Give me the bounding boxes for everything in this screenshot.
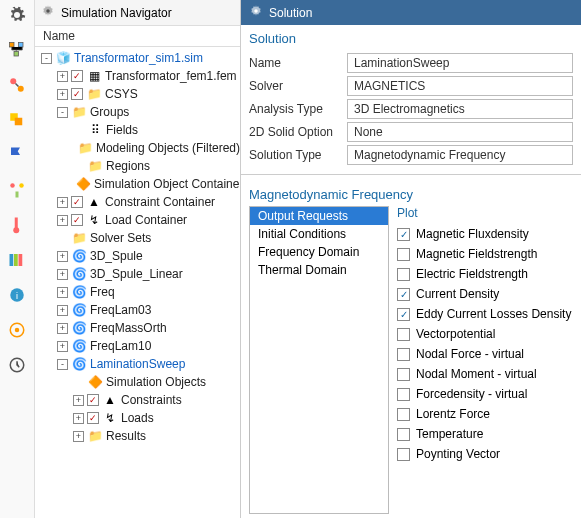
tree-node[interactable]: +▦Transformator_fem1.fem bbox=[37, 67, 240, 85]
tree-twisty-icon[interactable]: + bbox=[57, 251, 68, 262]
plot-option[interactable]: Temperature bbox=[397, 424, 573, 444]
tree-twisty-icon bbox=[73, 161, 84, 172]
field-2d[interactable]: None bbox=[347, 122, 573, 142]
tree-node[interactable]: +🌀FreqLam10 bbox=[37, 337, 240, 355]
plot-option[interactable]: Poynting Vector bbox=[397, 444, 573, 464]
tree-node[interactable]: +🌀3D_Spule bbox=[37, 247, 240, 265]
tree-twisty-icon[interactable]: - bbox=[41, 53, 52, 64]
tree-checkbox[interactable] bbox=[87, 412, 99, 424]
tree-node[interactable]: 🔶Simulation Object Container bbox=[37, 175, 240, 193]
tree-checkbox[interactable] bbox=[71, 88, 83, 100]
tree-label: Results bbox=[106, 429, 146, 443]
plot-option[interactable]: Forcedensity - virtual bbox=[397, 384, 573, 404]
plot-option[interactable]: Eddy Current Losses Density bbox=[397, 304, 573, 324]
tree-node[interactable]: 📁Modeling Objects (Filtered) bbox=[37, 139, 240, 157]
field-soltype[interactable]: Magnetodynamic Frequency bbox=[347, 145, 573, 165]
column-header-name[interactable]: Name bbox=[35, 26, 240, 47]
tree-node[interactable]: +🌀FreqLam03 bbox=[37, 301, 240, 319]
checkbox[interactable] bbox=[397, 348, 410, 361]
checkbox[interactable] bbox=[397, 408, 410, 421]
plot-option[interactable]: Nodal Moment - virtual bbox=[397, 364, 573, 384]
checkbox[interactable] bbox=[397, 328, 410, 341]
layers-icon[interactable] bbox=[8, 111, 26, 132]
checkbox[interactable] bbox=[397, 288, 410, 301]
tree-node[interactable]: +🌀Freq bbox=[37, 283, 240, 301]
plot-option[interactable]: Magnetic Fieldstrength bbox=[397, 244, 573, 264]
tree-node[interactable]: +▲Constraints bbox=[37, 391, 240, 409]
tree-checkbox[interactable] bbox=[71, 214, 83, 226]
tree-twisty-icon[interactable]: + bbox=[57, 89, 68, 100]
field-name[interactable]: LaminationSweep bbox=[347, 53, 573, 73]
plot-option-label: Forcedensity - virtual bbox=[416, 387, 527, 401]
tree-node[interactable]: ⠿Fields bbox=[37, 121, 240, 139]
nav-tree[interactable]: -🧊Transformator_sim1.sim+▦Transformator_… bbox=[35, 47, 240, 518]
tree-twisty-icon bbox=[57, 233, 68, 244]
tree-twisty-icon[interactable]: + bbox=[57, 287, 68, 298]
tree-twisty-icon[interactable]: - bbox=[57, 359, 68, 370]
tree-node[interactable]: 📁Regions bbox=[37, 157, 240, 175]
tree-twisty-icon[interactable]: + bbox=[73, 395, 84, 406]
output-category-list[interactable]: Output RequestsInitial ConditionsFrequen… bbox=[249, 206, 389, 514]
list-item[interactable]: Initial Conditions bbox=[250, 225, 388, 243]
tree-node[interactable]: -🌀LaminationSweep bbox=[37, 355, 240, 373]
plot-option[interactable]: Lorentz Force bbox=[397, 404, 573, 424]
tree-icon[interactable] bbox=[8, 41, 26, 62]
tree-node[interactable]: +🌀FreqMassOrth bbox=[37, 319, 240, 337]
list-item[interactable]: Thermal Domain bbox=[250, 261, 388, 279]
plot-option[interactable]: Magnetic Fluxdensity bbox=[397, 224, 573, 244]
filter-icon[interactable] bbox=[8, 181, 26, 202]
tree-node[interactable]: +🌀3D_Spule_Linear bbox=[37, 265, 240, 283]
checkbox[interactable] bbox=[397, 428, 410, 441]
checkbox[interactable] bbox=[397, 448, 410, 461]
tree-checkbox[interactable] bbox=[87, 394, 99, 406]
tree-twisty-icon[interactable]: + bbox=[73, 413, 84, 424]
plot-option-label: Nodal Force - virtual bbox=[416, 347, 524, 361]
thermo-icon[interactable] bbox=[8, 216, 26, 237]
tree-twisty-icon[interactable]: + bbox=[57, 215, 68, 226]
gear-icon[interactable] bbox=[8, 6, 26, 27]
plot-option[interactable]: Current Density bbox=[397, 284, 573, 304]
plot-option-label: Magnetic Fieldstrength bbox=[416, 247, 537, 261]
field-analysis[interactable]: 3D Electromagnetics bbox=[347, 99, 573, 119]
target-icon[interactable] bbox=[8, 321, 26, 342]
checkbox[interactable] bbox=[397, 388, 410, 401]
tree-node[interactable]: +📁Results bbox=[37, 427, 240, 445]
tree-node[interactable]: +▲Constraint Container bbox=[37, 193, 240, 211]
sol-icon: 🌀 bbox=[71, 356, 87, 372]
tree-checkbox[interactable] bbox=[71, 196, 83, 208]
tree-node[interactable]: -🧊Transformator_sim1.sim bbox=[37, 49, 240, 67]
link-icon[interactable] bbox=[8, 76, 26, 97]
checkbox[interactable] bbox=[397, 268, 410, 281]
checkbox[interactable] bbox=[397, 228, 410, 241]
label-soltype: Solution Type bbox=[249, 148, 347, 162]
flag-icon[interactable] bbox=[8, 146, 26, 167]
tree-twisty-icon[interactable]: - bbox=[57, 107, 68, 118]
tree-twisty-icon[interactable]: + bbox=[57, 197, 68, 208]
tree-twisty-icon[interactable]: + bbox=[57, 341, 68, 352]
info-icon[interactable]: i bbox=[8, 286, 26, 307]
clock-icon[interactable] bbox=[8, 356, 26, 377]
tree-node[interactable]: +📁CSYS bbox=[37, 85, 240, 103]
checkbox[interactable] bbox=[397, 308, 410, 321]
field-solver[interactable]: MAGNETICS bbox=[347, 76, 573, 96]
plot-option[interactable]: Vectorpotential bbox=[397, 324, 573, 344]
checkbox[interactable] bbox=[397, 248, 410, 261]
tree-node[interactable]: 📁Solver Sets bbox=[37, 229, 240, 247]
tree-twisty-icon[interactable]: + bbox=[57, 269, 68, 280]
tree-node[interactable]: +↯Loads bbox=[37, 409, 240, 427]
list-item[interactable]: Output Requests bbox=[250, 207, 388, 225]
tree-node[interactable]: +↯Load Container bbox=[37, 211, 240, 229]
tree-twisty-icon[interactable]: + bbox=[57, 323, 68, 334]
tree-twisty-icon[interactable]: + bbox=[73, 431, 84, 442]
tree-twisty-icon[interactable]: + bbox=[57, 71, 68, 82]
list-item[interactable]: Frequency Domain bbox=[250, 243, 388, 261]
gear-icon[interactable] bbox=[41, 4, 55, 21]
books-icon[interactable] bbox=[8, 251, 26, 272]
tree-node[interactable]: -📁Groups bbox=[37, 103, 240, 121]
checkbox[interactable] bbox=[397, 368, 410, 381]
plot-option[interactable]: Nodal Force - virtual bbox=[397, 344, 573, 364]
tree-twisty-icon[interactable]: + bbox=[57, 305, 68, 316]
tree-checkbox[interactable] bbox=[71, 70, 83, 82]
tree-node[interactable]: 🔶Simulation Objects bbox=[37, 373, 240, 391]
plot-option[interactable]: Electric Fieldstrength bbox=[397, 264, 573, 284]
